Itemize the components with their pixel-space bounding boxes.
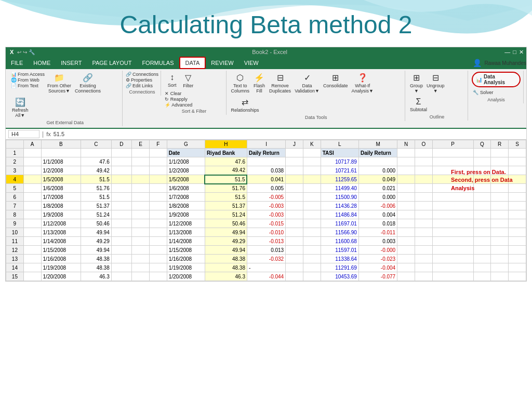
cell-O10[interactable] — [415, 228, 432, 237]
tab-page-layout[interactable]: PAGE LAYOUT — [87, 58, 137, 68]
cell-J2[interactable] — [286, 157, 303, 166]
cell-D8[interactable] — [111, 210, 131, 219]
cell-M3[interactable]: 0.000 — [358, 166, 397, 175]
cell-Q1[interactable] — [473, 149, 491, 157]
cell-K3[interactable] — [303, 166, 321, 175]
cell-K1[interactable] — [303, 149, 321, 157]
cell-Q11[interactable] — [473, 237, 491, 246]
cell-E15[interactable] — [132, 272, 150, 281]
col-header-C[interactable]: C — [81, 140, 112, 149]
cell-S14[interactable] — [509, 263, 526, 272]
cell-K12[interactable] — [303, 246, 321, 255]
flash-fill-btn[interactable]: ⚡ FlashFill — [252, 72, 267, 95]
cell-K14[interactable] — [303, 263, 321, 272]
cell-K13[interactable] — [303, 255, 321, 263]
col-header-P[interactable]: P — [432, 140, 473, 149]
cell-S9[interactable] — [509, 219, 526, 228]
cell-C4[interactable]: 51.5 — [81, 175, 112, 184]
cell-I1[interactable]: Daily Return — [247, 149, 285, 157]
cell-F6[interactable] — [149, 193, 167, 202]
existing-connections-btn[interactable]: 🔗 ExistingConnections — [74, 72, 102, 95]
cell-D12[interactable] — [111, 246, 131, 255]
cell-P10[interactable] — [432, 228, 473, 237]
cell-G6[interactable]: 1/7/2008 — [167, 193, 205, 202]
cell-D15[interactable] — [111, 272, 131, 281]
cell-R9[interactable] — [491, 219, 509, 228]
cell-M11[interactable]: 0.003 — [358, 237, 397, 246]
col-header-K[interactable]: K — [303, 140, 321, 149]
cell-S1[interactable] — [509, 149, 526, 157]
from-text-btn[interactable]: 📄From Text — [11, 83, 45, 88]
col-header-I[interactable]: I — [247, 140, 285, 149]
cell-S15[interactable] — [509, 272, 526, 281]
cell-R10[interactable] — [491, 228, 509, 237]
remove-duplicates-btn[interactable]: ⊟ RemoveDuplicates — [268, 72, 292, 95]
consolidate-btn[interactable]: ⊞ Consolidate — [322, 72, 349, 89]
cell-B11[interactable]: 1/14/2008 — [41, 237, 81, 246]
reapply-btn[interactable]: ↻ Reapply — [165, 97, 192, 102]
cell-A11[interactable] — [23, 237, 41, 246]
cell-B6[interactable]: 1/7/2008 — [41, 193, 81, 202]
cell-H15[interactable]: 46.3 — [205, 272, 247, 281]
cell-K8[interactable] — [303, 210, 321, 219]
cell-P6[interactable] — [432, 193, 473, 202]
col-header-B[interactable]: B — [41, 140, 81, 149]
cell-L4[interactable]: 11259.65 — [321, 175, 358, 184]
cell-R7[interactable] — [491, 202, 509, 210]
cell-R2[interactable] — [491, 157, 509, 166]
col-header-O[interactable]: O — [415, 140, 432, 149]
cell-D11[interactable] — [111, 237, 131, 246]
cell-E1[interactable] — [132, 149, 150, 157]
cell-M2[interactable] — [358, 157, 397, 166]
cell-N10[interactable] — [397, 228, 415, 237]
ungroup-btn[interactable]: ⊟ Ungroup▼ — [425, 72, 446, 95]
cell-A9[interactable] — [23, 219, 41, 228]
cell-M7[interactable]: -0.006 — [358, 202, 397, 210]
cell-J3[interactable] — [286, 166, 303, 175]
cell-N14[interactable] — [397, 263, 415, 272]
cell-J8[interactable] — [286, 210, 303, 219]
cell-A15[interactable] — [23, 272, 41, 281]
cell-A2[interactable] — [23, 157, 41, 166]
cell-G12[interactable]: 1/15/2008 — [167, 246, 205, 255]
cell-D14[interactable] — [111, 263, 131, 272]
tab-home[interactable]: HOME — [28, 58, 56, 68]
cell-Q13[interactable] — [473, 255, 491, 263]
cell-C15[interactable]: 46.3 — [81, 272, 112, 281]
cell-M4[interactable]: 0.049 — [358, 175, 397, 184]
cell-E13[interactable] — [132, 255, 150, 263]
cell-I9[interactable]: -0.015 — [247, 219, 285, 228]
relationships-btn[interactable]: ⇄ Relationships — [230, 96, 260, 114]
cell-J9[interactable] — [286, 219, 303, 228]
cell-D1[interactable] — [111, 149, 131, 157]
cell-R1[interactable] — [491, 149, 509, 157]
cell-L7[interactable]: 11436.28 — [321, 202, 358, 210]
cell-reference-box[interactable] — [8, 130, 39, 138]
from-access-btn[interactable]: 📊From Access — [11, 72, 45, 77]
cell-I14[interactable]: - — [247, 263, 285, 272]
cell-E4[interactable] — [132, 175, 150, 184]
cell-P11[interactable] — [432, 237, 473, 246]
what-if-btn[interactable]: ❓ What-IfAnalysis▼ — [350, 72, 374, 95]
cell-H7[interactable]: 51.37 — [205, 202, 247, 210]
cell-B12[interactable]: 1/15/2008 — [41, 246, 81, 255]
cell-Q10[interactable] — [473, 228, 491, 237]
cell-S2[interactable] — [509, 157, 526, 166]
cell-G3[interactable]: 1/2/2008 — [167, 166, 205, 175]
col-header-J[interactable]: J — [286, 140, 303, 149]
cell-H2[interactable]: 47.6 — [205, 157, 247, 166]
cell-L3[interactable]: 10721.61 — [321, 166, 358, 175]
cell-C2[interactable]: 47.6 — [81, 157, 112, 166]
cell-H13[interactable]: 48.38 — [205, 255, 247, 263]
tab-data[interactable]: DATA — [179, 57, 206, 69]
cell-A7[interactable] — [23, 202, 41, 210]
cell-N3[interactable] — [397, 166, 415, 175]
cell-O9[interactable] — [415, 219, 432, 228]
cell-O1[interactable] — [415, 149, 432, 157]
cell-L14[interactable]: 11291.69 — [321, 263, 358, 272]
cell-I6[interactable]: -0.005 — [247, 193, 285, 202]
cell-C3[interactable]: 49.42 — [81, 166, 112, 175]
restore-icon[interactable]: □ — [513, 49, 516, 56]
cell-A3[interactable] — [23, 166, 41, 175]
cell-Q15[interactable] — [473, 272, 491, 281]
